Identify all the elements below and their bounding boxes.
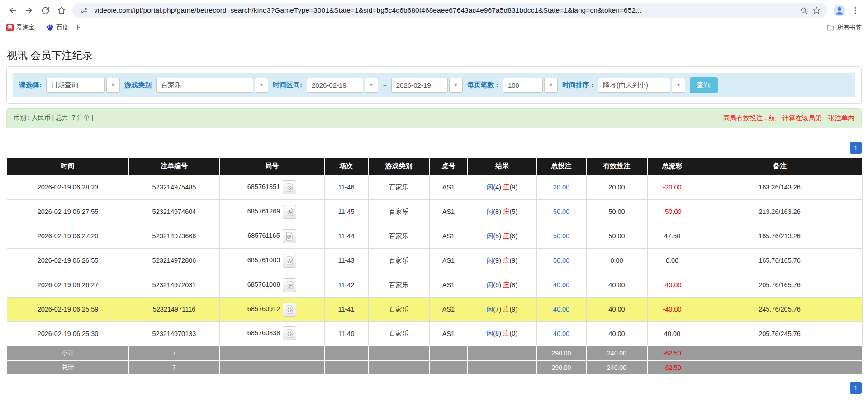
total-bet-link[interactable]: 50.00 bbox=[553, 232, 569, 240]
zoom-page-icon[interactable] bbox=[797, 4, 810, 17]
valid-bet-cell: 50.00 bbox=[586, 199, 647, 224]
total-bet-link[interactable]: 40.00 bbox=[553, 281, 569, 288]
round-cell: 685761269 bbox=[219, 199, 324, 224]
total-bet-link[interactable]: 40.00 bbox=[553, 306, 569, 313]
summary-label-cell: 小计 bbox=[7, 346, 129, 360]
player-result: 闲 bbox=[487, 281, 493, 288]
sort-order-select[interactable]: 降幂(由大到小) ▼ bbox=[598, 78, 685, 93]
total-bet-cell: 40.00 bbox=[536, 321, 586, 346]
bet-id-cell: 523214972806 bbox=[129, 248, 219, 273]
page-size-value[interactable]: 100 bbox=[503, 78, 543, 93]
valid-bet-cell: 40.00 bbox=[586, 273, 647, 297]
video-replay-button[interactable] bbox=[283, 180, 296, 194]
address-bar[interactable]: videoie.com/ipl/portal.php/game/betrecor… bbox=[72, 3, 827, 18]
all-bookmarks-button[interactable]: 所有书签 bbox=[826, 24, 862, 32]
valid-bet-notice: 同局有效投注，统一计算在该局第一张注单内 bbox=[723, 114, 854, 123]
back-arrow-icon bbox=[8, 5, 18, 15]
total-bet-link[interactable]: 40.00 bbox=[553, 330, 569, 337]
game-type-value[interactable]: 百家乐 bbox=[156, 78, 253, 93]
summary-label-cell: 总计 bbox=[7, 360, 129, 375]
bookmarks-bar: 淘 爱淘宝 百度一下 所有书签 bbox=[0, 21, 868, 34]
time-cell: 2026-02-19 06:26:55 bbox=[7, 248, 129, 273]
payout-cell: -20.00 bbox=[647, 175, 697, 199]
video-replay-button[interactable] bbox=[283, 229, 296, 243]
game-type-select[interactable]: 百家乐 ▼ bbox=[156, 78, 268, 93]
round-id: 685760838 bbox=[247, 330, 280, 337]
player-score: (5) bbox=[493, 232, 503, 240]
round-id: 685761165 bbox=[247, 232, 280, 239]
home-button[interactable] bbox=[53, 2, 70, 19]
query-type-value[interactable]: 日期查询 bbox=[46, 78, 105, 93]
total-bet-link[interactable]: 20.00 bbox=[553, 184, 569, 191]
total-bet-cell: 40.00 bbox=[536, 273, 586, 297]
currency-summary-text: 币别 : 人民币 | 总共 :7 注单 | bbox=[14, 114, 93, 122]
round-cell: 685760912 bbox=[219, 297, 324, 321]
browser-toolbar: videoie.com/ipl/portal.php/game/betrecor… bbox=[0, 0, 868, 21]
total-bet-link[interactable]: 50.00 bbox=[553, 257, 569, 264]
profile-avatar[interactable] bbox=[832, 3, 847, 18]
bookmark-baidu[interactable]: 百度一下 bbox=[47, 24, 81, 32]
page-1-button[interactable]: 1 bbox=[850, 142, 862, 154]
player-result: 闲 bbox=[487, 330, 493, 337]
video-replay-button[interactable] bbox=[283, 205, 296, 219]
chevron-down-icon[interactable]: ▼ bbox=[255, 78, 268, 93]
table-no-cell: AS1 bbox=[429, 321, 468, 346]
forward-button[interactable] bbox=[21, 2, 37, 19]
bet-id-cell: 523214973666 bbox=[129, 224, 219, 248]
player-score: (4) bbox=[493, 184, 503, 191]
video-replay-button[interactable] bbox=[283, 303, 296, 317]
video-replay-button[interactable] bbox=[283, 254, 296, 268]
chevron-down-icon[interactable]: ▼ bbox=[544, 78, 558, 93]
bookmark-taobao[interactable]: 淘 爱淘宝 bbox=[6, 24, 35, 32]
payout-cell: 0.00 bbox=[647, 248, 697, 273]
banker-score: (8) bbox=[510, 281, 518, 288]
table-no-cell: AS1 bbox=[429, 224, 468, 248]
bookmarks-divider bbox=[818, 24, 818, 32]
url-text[interactable]: videoie.com/ipl/portal.php/game/betrecor… bbox=[94, 6, 794, 14]
note-cell: 165.76/213.26 bbox=[697, 224, 862, 248]
sort-order-value[interactable]: 降幂(由大到小) bbox=[598, 78, 670, 93]
folder-icon bbox=[826, 24, 835, 31]
bookmark-star-icon[interactable] bbox=[810, 4, 823, 17]
site-info-icon[interactable] bbox=[78, 4, 90, 17]
video-replay-icon bbox=[286, 329, 294, 338]
record-row: 2026-02-19 06:26:55523214972806685761083… bbox=[7, 248, 862, 273]
page-1-button[interactable]: 1 bbox=[850, 382, 862, 394]
filter-bar: 请选择: 日期查询 ▼ 游戏类别 百家乐 ▼ 时间区间: 2026-02-19 … bbox=[13, 73, 855, 97]
record-row: 2026-02-19 06:28:23523214975485685761351… bbox=[7, 175, 862, 199]
column-header: 时间 bbox=[7, 158, 129, 175]
video-replay-button[interactable] bbox=[283, 278, 296, 292]
chevron-down-icon[interactable]: ▼ bbox=[365, 78, 378, 93]
reload-button[interactable] bbox=[37, 2, 53, 19]
date-from-value[interactable]: 2026-02-19 bbox=[307, 78, 363, 93]
page-size-select[interactable]: 100 ▼ bbox=[503, 78, 558, 93]
bookmark-label: 爱淘宝 bbox=[16, 24, 35, 32]
date-to-input[interactable]: 2026-02-19 ▼ bbox=[391, 78, 463, 93]
total-bet-link[interactable]: 50.00 bbox=[553, 208, 569, 215]
total-bet-cell: 50.00 bbox=[536, 248, 586, 273]
video-replay-button[interactable] bbox=[283, 326, 296, 340]
summary-cell: -62.50 bbox=[647, 346, 697, 360]
forward-arrow-icon bbox=[24, 5, 34, 15]
date-range-separator: ~ bbox=[383, 81, 387, 89]
chevron-down-icon[interactable]: ▼ bbox=[672, 78, 685, 93]
date-range-label: 时间区间: bbox=[273, 81, 302, 90]
bet-records-table: 时间注单编号局号场次游戏类别桌号结果总投注有效投注总派彩备注 2026-02-1… bbox=[6, 158, 863, 375]
record-row: 2026-02-19 06:27:20523214973666685761165… bbox=[7, 224, 862, 248]
back-button[interactable] bbox=[5, 2, 21, 19]
banker-result: 庄 bbox=[503, 306, 510, 313]
column-header: 结果 bbox=[468, 158, 536, 175]
summary-cell: 240.00 bbox=[586, 360, 647, 375]
chevron-down-icon[interactable]: ▼ bbox=[106, 78, 120, 93]
date-from-input[interactable]: 2026-02-19 ▼ bbox=[307, 78, 378, 93]
browser-menu-button[interactable] bbox=[847, 2, 863, 19]
date-to-value[interactable]: 2026-02-19 bbox=[391, 78, 448, 93]
player-result: 闲 bbox=[487, 306, 493, 313]
payout-cell: 40.00 bbox=[647, 321, 697, 346]
query-type-select[interactable]: 日期查询 ▼ bbox=[46, 78, 120, 93]
search-button[interactable]: 查询 bbox=[690, 77, 718, 93]
record-row: 2026-02-19 06:25:59523214971116685760912… bbox=[7, 297, 862, 321]
bet-id-cell: 523214972031 bbox=[129, 273, 219, 297]
chevron-down-icon[interactable]: ▼ bbox=[449, 78, 463, 93]
banker-score: (9) bbox=[510, 257, 518, 264]
